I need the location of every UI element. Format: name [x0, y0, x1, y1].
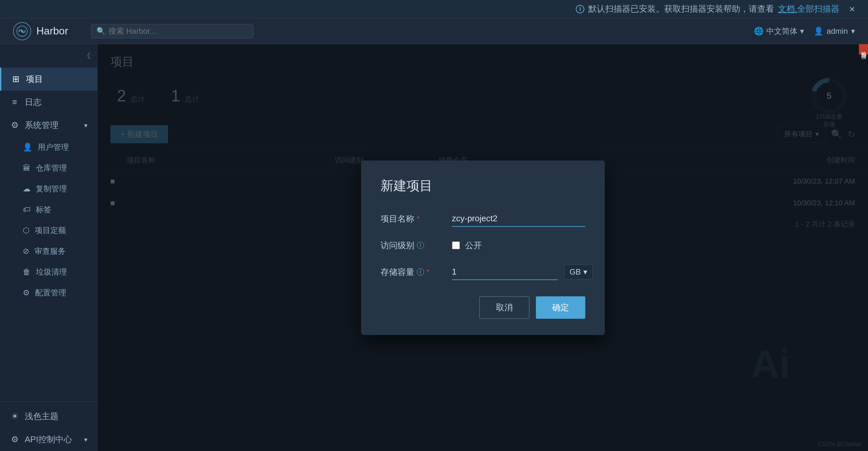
access-level-label: 访问级别 i	[380, 240, 445, 251]
close-topbar-button[interactable]: ×	[849, 4, 855, 14]
api-chevron-icon: ▾	[84, 436, 87, 444]
chevron-down-icon: ▾	[800, 27, 804, 36]
notification-text: i 默认扫描器已安装。获取扫描器安装帮助，请查看 文档.	[576, 3, 797, 14]
storage-input-group: GB ▾	[452, 264, 593, 280]
sidebar-item-replication[interactable]: ☁ 复制管理	[0, 179, 97, 199]
sidebar-logs-label: 日志	[25, 97, 41, 108]
sidebar-api-label: API控制中心	[25, 434, 72, 445]
new-project-modal: 新建项目 项目名称 * 访问级别 i	[361, 161, 605, 335]
config-icon: ⚙	[23, 288, 30, 297]
sidebar-item-projects[interactable]: ⊞ 项目	[0, 68, 97, 91]
storage-label: 存储容量 i *	[380, 266, 445, 278]
search-icon: 🔍	[96, 27, 105, 35]
sidebar: 《 ⊞ 项目 ≡ 日志 ⚙ 系统管理 ▾ 👤 用户管理 🏛 仓库管理 ☁ 复制管…	[0, 44, 97, 451]
modal-overlay: 新建项目 项目名称 * 访问级别 i	[97, 44, 868, 451]
garbage-icon: 🗑	[23, 267, 31, 277]
project-name-row: 项目名称 *	[380, 211, 585, 227]
replication-icon: ☁	[23, 184, 31, 193]
storage-unit-label: GB	[570, 267, 581, 277]
sidebar-item-system-management[interactable]: ⚙ 系统管理 ▾	[0, 114, 97, 137]
modal-actions: 取消 确定	[380, 296, 585, 319]
sidebar-theme-label: 浅色主题	[25, 411, 59, 422]
api-icon: ⚙	[10, 434, 20, 445]
sidebar-labels-label: 标签	[36, 204, 51, 215]
search-bar[interactable]: 🔍	[91, 24, 253, 38]
user-mgmt-icon: 👤	[23, 143, 32, 152]
sidebar-interrogation-label: 审查服务	[34, 246, 66, 256]
info-icon: i	[576, 5, 584, 13]
sidebar-item-api[interactable]: ⚙ API控制中心 ▾	[0, 428, 97, 451]
theme-icon: ☀	[10, 411, 20, 421]
registry-icon: 🏛	[23, 163, 31, 172]
labels-icon: 🏷	[23, 205, 31, 214]
sidebar-item-logs[interactable]: ≡ 日志	[0, 91, 97, 114]
header: Harbor 🔍 🌐 中文简体 ▾ 👤 admin ▾	[0, 18, 868, 44]
sidebar-item-theme[interactable]: ☀ 浅色主题	[0, 405, 97, 428]
system-icon: ⚙	[10, 120, 20, 130]
public-label: 公开	[465, 240, 482, 251]
sidebar-registry-label: 仓库管理	[36, 163, 67, 173]
sidebar-item-user-management[interactable]: 👤 用户管理	[0, 137, 97, 158]
user-menu[interactable]: 👤 admin ▾	[814, 27, 855, 36]
storage-quota-row: 存储容量 i * GB ▾	[380, 264, 585, 280]
csdn-decoration-text: 拍图描	[860, 47, 867, 51]
modal-title: 新建项目	[380, 177, 585, 195]
logo-icon	[13, 22, 31, 40]
main-layout: 《 ⊞ 项目 ≡ 日志 ⚙ 系统管理 ▾ 👤 用户管理 🏛 仓库管理 ☁ 复制管…	[0, 44, 868, 451]
globe-icon: 🌐	[754, 27, 764, 36]
logo-text: Harbor	[36, 25, 68, 37]
sidebar-user-mgmt-label: 用户管理	[38, 142, 69, 152]
sidebar-quota-label: 项目定额	[35, 225, 66, 235]
unit-chevron-icon: ▾	[583, 267, 587, 277]
top-notification-bar: i 默认扫描器已安装。获取扫描器安装帮助，请查看 文档. 全部扫描器 ×	[0, 0, 868, 18]
language-label: 中文简体	[766, 26, 798, 36]
username-label: admin	[827, 27, 848, 36]
sidebar-garbage-label: 垃圾清理	[36, 267, 67, 277]
notification-message: 默认扫描器已安装。获取扫描器安装帮助，请查看	[588, 3, 774, 14]
storage-required-mark: *	[427, 268, 430, 276]
main-content: 项目 2 总计 1 总计 5	[97, 44, 868, 451]
storage-value-input[interactable]	[452, 264, 558, 280]
access-info-icon[interactable]: i	[417, 242, 424, 249]
interrogation-icon: ⊘	[23, 247, 29, 256]
logo: Harbor	[13, 22, 68, 40]
collapse-button[interactable]: 《	[83, 51, 91, 61]
sidebar-item-config[interactable]: ⚙ 配置管理	[0, 282, 97, 303]
sidebar-system-label: 系统管理	[25, 120, 59, 131]
logs-icon: ≡	[10, 97, 20, 107]
language-selector[interactable]: 🌐 中文简体 ▾	[754, 26, 804, 36]
user-icon: 👤	[814, 27, 824, 36]
svg-point-1	[21, 30, 23, 32]
project-name-label: 项目名称 *	[380, 213, 445, 225]
sidebar-item-interrogation[interactable]: ⊘ 审查服务	[0, 241, 97, 262]
sidebar-projects-label: 项目	[26, 73, 43, 85]
projects-icon: ⊞	[11, 74, 21, 84]
quota-icon: ⬡	[23, 226, 30, 235]
storage-unit-select[interactable]: GB ▾	[564, 264, 593, 280]
public-checkbox[interactable]	[452, 241, 460, 249]
all-scanners-link[interactable]: 全部扫描器	[797, 3, 839, 14]
sidebar-collapse: 《	[0, 51, 97, 68]
sidebar-replication-label: 复制管理	[36, 184, 67, 194]
confirm-button[interactable]: 确定	[536, 296, 585, 319]
name-required-mark: *	[417, 215, 420, 223]
search-input[interactable]	[108, 27, 248, 36]
storage-info-icon[interactable]: i	[417, 268, 424, 276]
sidebar-item-project-quota[interactable]: ⬡ 项目定额	[0, 220, 97, 241]
sidebar-item-registry-management[interactable]: 🏛 仓库管理	[0, 158, 97, 179]
public-checkbox-group: 公开	[452, 240, 482, 251]
header-right: 🌐 中文简体 ▾ 👤 admin ▾	[754, 26, 855, 36]
project-name-input[interactable]	[452, 211, 585, 227]
csdn-decoration[interactable]: 拍图描	[859, 44, 868, 55]
chevron-down-icon: ▾	[84, 122, 87, 129]
sidebar-item-labels[interactable]: 🏷 标签	[0, 199, 97, 220]
docs-link[interactable]: 文档.	[778, 3, 797, 14]
sidebar-config-label: 配置管理	[35, 288, 66, 298]
top-bar-right: 全部扫描器 ×	[797, 3, 855, 14]
cancel-button[interactable]: 取消	[479, 296, 529, 319]
sidebar-item-garbage[interactable]: 🗑 垃圾清理	[0, 262, 97, 282]
user-chevron-icon: ▾	[851, 27, 855, 36]
access-level-row: 访问级别 i 公开	[380, 240, 585, 251]
